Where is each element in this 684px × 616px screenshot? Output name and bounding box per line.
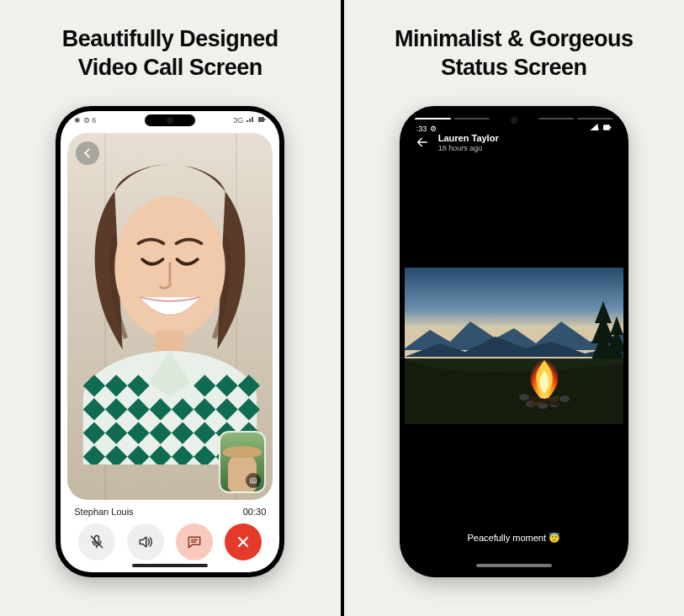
statusbar-right — [590, 124, 612, 133]
story-media[interactable] — [405, 268, 623, 424]
self-view-pip[interactable] — [219, 431, 266, 493]
signal-icon — [590, 124, 600, 133]
speaker-icon — [137, 534, 154, 550]
chat-icon — [186, 534, 203, 550]
chat-button[interactable] — [176, 523, 213, 560]
camera-icon — [249, 476, 257, 485]
gear-icon: ⚙ — [430, 125, 437, 133]
camera-notch — [145, 114, 195, 126]
signal-icon — [247, 116, 255, 125]
story-back-button[interactable] — [415, 135, 430, 150]
statusbar-left: :33 ⚙ — [416, 125, 437, 133]
speaker-button[interactable] — [127, 523, 164, 560]
phone-mockup-videocall: ✱ ⚙ 6 3G — [56, 106, 284, 577]
remote-video[interactable] — [67, 133, 273, 500]
switch-camera-button[interactable] — [246, 473, 261, 488]
right-headline: Minimalist & Gorgeous Status Screen — [395, 25, 634, 82]
camera-notch — [489, 114, 539, 126]
clock: :33 — [416, 125, 427, 133]
left-panel: Beautifully Designed Video Call Screen ✱… — [0, 0, 341, 616]
story-caption: Peacefully moment 😇 — [405, 533, 623, 544]
left-headline: Beautifully Designed Video Call Screen — [62, 25, 278, 82]
mute-button[interactable] — [78, 523, 115, 560]
statusbar-right: 3G — [233, 116, 266, 125]
back-button[interactable] — [76, 141, 99, 165]
story-author-block[interactable]: Lauren Taylor 18 hours ago — [438, 133, 499, 152]
call-meta-row: Stephan Louis 00:30 — [61, 500, 279, 520]
story-posted-time: 18 hours ago — [438, 144, 499, 152]
story-header: Lauren Taylor 18 hours ago — [415, 133, 499, 152]
end-call-button[interactable] — [225, 523, 262, 560]
headline-line2: Status Screen — [395, 54, 634, 82]
svg-rect-8 — [603, 125, 610, 130]
svg-rect-3 — [156, 330, 184, 352]
chevron-left-icon — [82, 147, 93, 159]
headline-line1: Beautifully Designed — [62, 25, 278, 54]
statusbar-left: ✱ ⚙ 6 — [74, 116, 96, 125]
call-duration: 00:30 — [243, 507, 267, 517]
svg-rect-0 — [258, 117, 264, 122]
home-indicator[interactable] — [132, 564, 208, 567]
network-label: 3G — [233, 116, 243, 125]
headline-line2: Video Call Screen — [62, 54, 278, 82]
caller-name: Stephan Louis — [74, 507, 133, 517]
phone-mockup-status: :33 ⚙ Lauren Taylor — [400, 106, 628, 577]
right-panel: Minimalist & Gorgeous Status Screen :33 … — [344, 0, 685, 616]
battery-icon — [603, 124, 612, 133]
remote-caller-illustration — [67, 133, 273, 465]
battery-icon — [258, 116, 266, 125]
videocall-screen: ✱ ⚙ 6 3G — [61, 111, 279, 572]
svg-rect-1 — [264, 119, 266, 120]
headline-line1: Minimalist & Gorgeous — [395, 25, 634, 54]
arrow-left-icon — [416, 135, 429, 149]
svg-point-16 — [519, 394, 529, 401]
status-screen: :33 ⚙ Lauren Taylor — [405, 111, 623, 572]
home-indicator[interactable] — [476, 564, 552, 567]
mic-off-icon — [88, 534, 105, 550]
svg-point-4 — [252, 479, 255, 481]
svg-point-15 — [559, 396, 570, 402]
campfire-scene — [405, 268, 623, 424]
close-icon — [235, 534, 252, 550]
story-author: Lauren Taylor — [438, 133, 499, 143]
svg-rect-9 — [610, 126, 612, 128]
